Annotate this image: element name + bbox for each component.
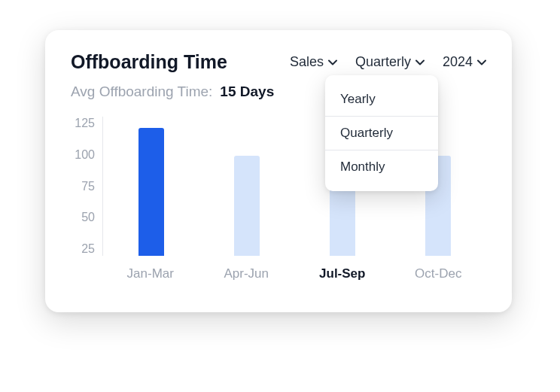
period-dropdown: Yearly Quarterly Monthly (325, 75, 438, 191)
filter-period-label: Quarterly (355, 54, 411, 70)
filter-department[interactable]: Sales (290, 54, 337, 70)
subtitle-label: Avg Offboarding Time: (71, 84, 212, 100)
bar-slot (199, 117, 294, 256)
y-tick: 75 (81, 180, 95, 193)
filter-year[interactable]: 2024 (443, 54, 486, 70)
dropdown-item-quarterly[interactable]: Quarterly (325, 116, 438, 150)
x-label: Apr-Jun (199, 266, 295, 281)
filter-year-label: 2024 (443, 54, 473, 70)
y-tick: 100 (75, 148, 95, 162)
y-axis: 125 100 75 50 25 (71, 117, 102, 256)
subtitle-value: 15 Days (220, 84, 274, 100)
x-label: Oct-Dec (391, 266, 487, 281)
y-tick: 125 (75, 117, 95, 130)
dropdown-item-monthly[interactable]: Monthly (325, 150, 438, 184)
chevron-down-icon (477, 59, 486, 65)
filter-row: Sales Quarterly 2024 (290, 54, 486, 70)
offboarding-card: Offboarding Time Sales Quarterly 2024 (45, 30, 512, 312)
card-title: Offboarding Time (71, 51, 227, 73)
filter-period[interactable]: Quarterly (355, 54, 425, 70)
filter-department-label: Sales (290, 54, 324, 70)
y-tick: 25 (81, 242, 95, 256)
bar[interactable] (234, 156, 260, 256)
y-tick: 50 (81, 211, 95, 224)
dropdown-item-yearly[interactable]: Yearly (325, 83, 438, 116)
x-label: Jan-Mar (102, 266, 199, 281)
bar-slot (103, 117, 199, 256)
bar[interactable] (138, 128, 164, 256)
card-header: Offboarding Time Sales Quarterly 2024 (71, 51, 486, 73)
chevron-down-icon (328, 59, 337, 65)
x-label: Jul-Sep (294, 266, 391, 281)
x-axis: Jan-MarApr-JunJul-SepOct-Dec (102, 266, 486, 281)
chevron-down-icon (415, 59, 425, 65)
